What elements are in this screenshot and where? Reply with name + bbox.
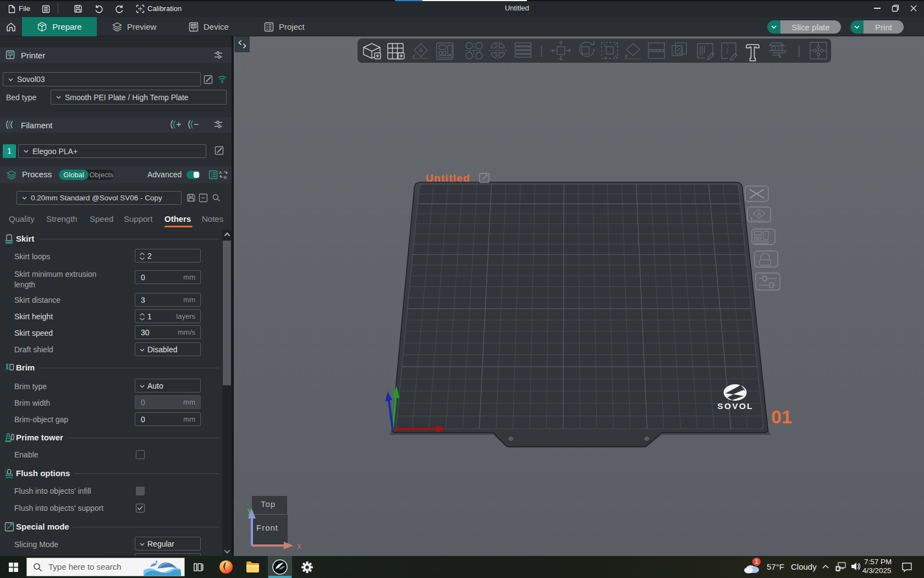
svg-text:y: y (248, 506, 252, 515)
svg-text:Untitled: Untitled (426, 172, 470, 184)
svg-text:01: 01 (771, 406, 792, 427)
svg-text:A: A (757, 211, 761, 217)
svg-text:x: x (297, 541, 301, 550)
svg-text:A: A (419, 47, 423, 53)
svg-text:A: A (219, 170, 222, 175)
svg-text:B: B (224, 175, 227, 179)
svg-text:SOVOL: SOVOL (717, 401, 753, 411)
